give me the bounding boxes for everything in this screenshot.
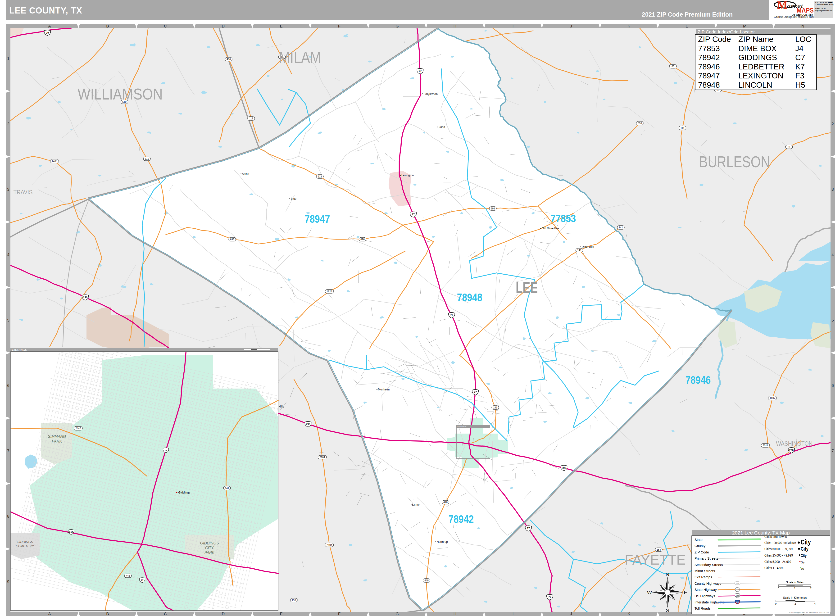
svg-text:78946: 78946: [686, 374, 711, 386]
svg-text:448: 448: [443, 501, 448, 504]
svg-text:2: 2: [795, 602, 796, 605]
svg-text:153: 153: [657, 548, 661, 551]
svg-text:78942: 78942: [698, 53, 720, 62]
svg-text:2021 Lee County, TX Map: 2021 Lee County, TX Map: [732, 530, 790, 535]
svg-text:Scale in Kilometers: Scale in Kilometers: [783, 596, 808, 600]
svg-text:77: 77: [474, 391, 477, 393]
svg-text:F: F: [338, 612, 340, 616]
svg-text:77: 77: [419, 70, 422, 72]
svg-text:123: 123: [736, 582, 739, 584]
svg-text:County: County: [695, 544, 706, 548]
svg-text:Cities 25,000 - 49,999: Cities 25,000 - 49,999: [764, 553, 793, 557]
svg-text:21: 21: [788, 145, 790, 148]
svg-text:Tanglewood: Tanglewood: [423, 92, 438, 95]
svg-text:60: 60: [671, 65, 674, 68]
svg-text:City: City: [800, 568, 804, 570]
svg-text:I: I: [513, 612, 514, 616]
svg-text:123: 123: [736, 595, 739, 597]
svg-text:US Highways: US Highways: [695, 594, 715, 598]
svg-text:E: E: [684, 590, 688, 595]
svg-text:State: State: [695, 538, 702, 541]
svg-text:6: 6: [7, 383, 9, 388]
svg-text:State Highways: State Highways: [695, 588, 718, 592]
svg-text:77: 77: [527, 527, 530, 530]
svg-text:CALL US TOLL FREE!: CALL US TOLL FREE!: [815, 1, 833, 3]
svg-text:EMAIL US AT:: EMAIL US AT:: [815, 8, 826, 9]
svg-text:GIDDINGS: GIDDINGS: [200, 541, 219, 545]
svg-text:H: H: [453, 612, 456, 616]
svg-text:K7: K7: [795, 62, 805, 71]
svg-text:D: D: [222, 612, 224, 616]
svg-text:Adina: Adina: [242, 172, 249, 176]
svg-text:Scale in Miles: Scale in Miles: [786, 581, 803, 584]
svg-text:1: 1: [7, 56, 9, 61]
svg-text:696: 696: [491, 207, 495, 210]
svg-text:Minor Streets: Minor Streets: [695, 569, 715, 573]
svg-text:City: City: [800, 546, 809, 552]
svg-text:BURLESON: BURLESON: [699, 153, 770, 170]
svg-text:448: 448: [126, 574, 130, 577]
svg-text:PARK: PARK: [204, 551, 215, 554]
svg-text:Monheim: Monheim: [378, 388, 390, 391]
svg-text:3: 3: [7, 187, 9, 192]
svg-text:H: H: [453, 24, 456, 28]
svg-text:141: 141: [619, 226, 623, 229]
svg-text:City: City: [800, 538, 811, 546]
svg-text:141: 141: [225, 487, 229, 490]
svg-text:M: M: [777, 0, 787, 11]
svg-text:WILLIAMSON: WILLIAMSON: [78, 85, 163, 103]
svg-text:4: 4: [7, 252, 9, 257]
svg-text:N: N: [666, 572, 669, 577]
svg-text:123: 123: [736, 588, 739, 591]
svg-text:LEE COUNTY, TX: LEE COUNTY, TX: [9, 6, 82, 15]
svg-text:LINCOLN: LINCOLN: [738, 81, 772, 89]
svg-text:Cities 5,000 - 24,999: Cities 5,000 - 24,999: [764, 560, 791, 564]
svg-text:1466: 1466: [52, 160, 57, 163]
svg-text:Old Dime Box: Old Dime Box: [542, 227, 559, 230]
svg-text:2104: 2104: [327, 544, 332, 546]
svg-text:0: 0: [778, 587, 779, 590]
svg-text:LOC: LOC: [795, 35, 811, 44]
svg-text:Jono: Jono: [439, 125, 445, 129]
svg-text:3011: 3011: [763, 444, 768, 447]
svg-text:LEE: LEE: [516, 279, 538, 296]
svg-text:290: 290: [562, 466, 566, 469]
svg-text:77: 77: [164, 449, 167, 452]
svg-text:M: M: [743, 24, 746, 28]
svg-text:7: 7: [7, 449, 9, 453]
svg-text:77: 77: [450, 314, 453, 317]
svg-text:2104: 2104: [320, 456, 325, 459]
svg-text:9: 9: [831, 579, 834, 584]
svg-text:A: A: [48, 24, 51, 28]
svg-text:L: L: [686, 612, 688, 616]
svg-text:2021 ZIP Code Premium Edition: 2021 ZIP Code Premium Edition: [642, 11, 733, 18]
svg-text:GIDDINGS: GIDDINGS: [16, 540, 33, 544]
svg-text:LEXINGTON: LEXINGTON: [738, 71, 783, 80]
svg-text:G: G: [396, 612, 399, 616]
svg-text:ZIP Name: ZIP Name: [738, 35, 773, 44]
svg-text:Serbin: Serbin: [412, 503, 420, 506]
svg-text:123: 123: [736, 601, 739, 603]
svg-text:112: 112: [249, 117, 253, 120]
svg-text:DIME BOX: DIME BOX: [738, 44, 777, 53]
svg-text:MILAM: MILAM: [279, 48, 321, 66]
svg-text:ZIP Code: ZIP Code: [695, 550, 709, 554]
svg-text:112: 112: [318, 175, 322, 178]
svg-text:E: E: [280, 24, 283, 28]
svg-text:F: F: [338, 24, 340, 28]
svg-text:9: 9: [7, 579, 9, 584]
svg-text:J4: J4: [795, 44, 803, 53]
svg-text:2: 2: [810, 587, 812, 590]
svg-text:78948: 78948: [457, 291, 482, 304]
svg-text:mapsales@MarketMAPS.com: mapsales@MarketMAPS.com: [815, 10, 833, 12]
svg-text:1697: 1697: [770, 397, 775, 399]
svg-text:290: 290: [69, 531, 73, 533]
svg-text:Blue: Blue: [291, 197, 296, 201]
svg-text:J: J: [570, 612, 572, 616]
svg-text:77853: 77853: [698, 44, 720, 53]
svg-text:3: 3: [831, 187, 834, 192]
svg-text:1: 1: [831, 56, 834, 61]
svg-text:Northrup: Northrup: [437, 540, 448, 544]
svg-text:GIDDINGS: GIDDINGS: [457, 425, 466, 428]
svg-text:County Highways: County Highways: [695, 582, 721, 585]
